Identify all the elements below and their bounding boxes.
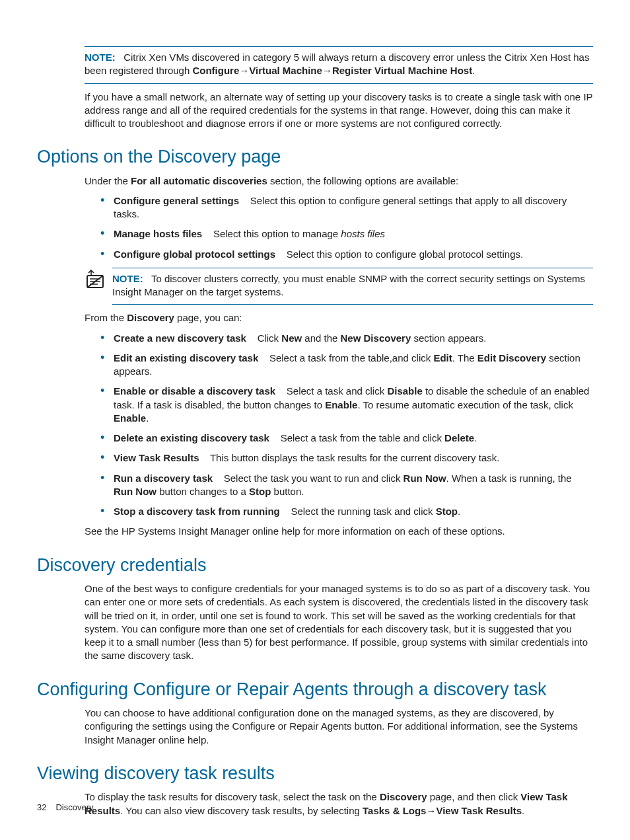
list-item: Run a discovery task Select the task you… [100,472,593,499]
note-clusters: NOTE: To discover clusters correctly, yo… [85,268,593,305]
actions-list: Create a new discovery task Click New an… [85,332,593,519]
para-small-network: If you have a small network, an alternat… [85,91,593,131]
note-label: NOTE: [85,52,116,63]
see-help: See the HP Systems Insight Manager onlin… [85,525,593,538]
list-item: Configure global protocol settings Selec… [100,248,593,261]
note-label: NOTE: [112,273,143,284]
note-citrix: NOTE: Citrix Xen VMs discovered in categ… [85,46,593,84]
list-item: Stop a discovery task from running Selec… [100,505,593,518]
heading-configure-agents: Configuring Configure or Repair Agents t… [37,677,593,701]
viewing-para: To display the task results for discover… [85,790,593,818]
path-vm: Virtual Machine [249,65,322,76]
footer-section: Discovery [55,802,93,812]
page-number: 32 [37,802,46,812]
path-register: Register Virtual Machine Host [332,65,472,76]
list-item: View Task Results This button displays t… [100,451,593,465]
list-item: Edit an existing discovery task Select a… [100,352,593,379]
list-item: Configure general settings Select this o… [100,194,593,221]
options-list: Configure general settings Select this o… [85,194,593,261]
configure-para: You can choose to have additional config… [85,706,593,747]
heading-options: Options on the Discovery page [37,145,593,169]
options-intro: Under the For all automatic discoveries … [85,174,593,188]
page-footer: 32Discovery [37,802,94,814]
list-item: Create a new discovery task Click New an… [100,332,593,345]
credentials-para: One of the best ways to configure creden… [85,582,593,663]
note-icon [85,269,107,293]
list-item: Enable or disable a discovery task Selec… [100,385,593,425]
from-discovery-intro: From the Discovery page, you can: [85,311,593,325]
path-configure: Configure [192,65,239,76]
heading-credentials: Discovery credentials [37,553,593,577]
list-item: Delete an existing discovery task Select… [100,432,593,445]
heading-viewing-results: Viewing discovery task results [37,761,593,785]
list-item: Manage hosts files Select this option to… [100,227,593,241]
note-text: To discover clusters correctly, you must… [112,273,585,297]
